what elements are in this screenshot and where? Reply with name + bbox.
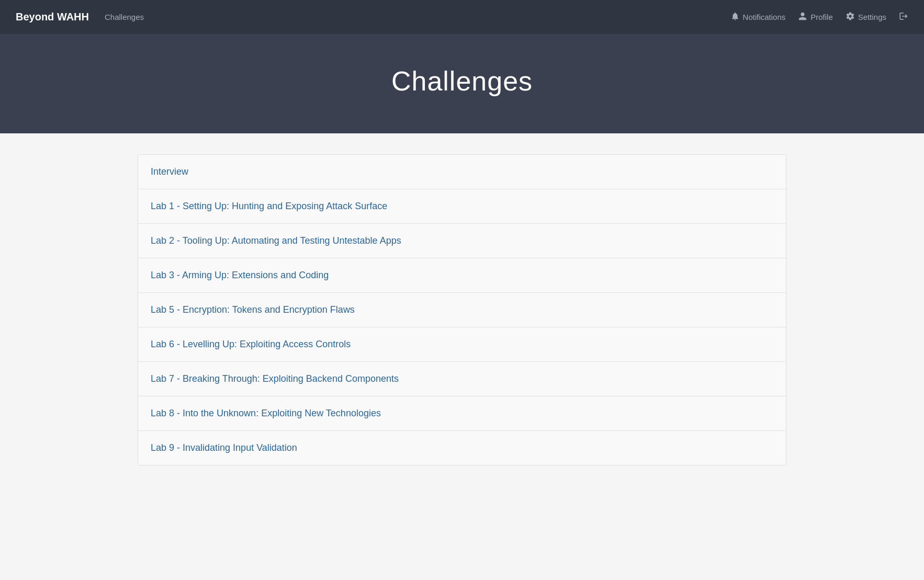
- challenge-item-lab8[interactable]: Lab 8 - Into the Unknown: Exploiting New…: [138, 396, 786, 431]
- settings-icon: [846, 12, 855, 22]
- challenge-item-lab5[interactable]: Lab 5 - Encryption: Tokens and Encryptio…: [138, 293, 786, 327]
- profile-label: Profile: [810, 13, 833, 21]
- profile-icon: [798, 12, 807, 22]
- notifications-label: Notifications: [743, 13, 786, 21]
- logout-icon: [899, 12, 908, 22]
- bell-icon: [730, 12, 740, 22]
- challenge-item-lab7[interactable]: Lab 7 - Breaking Through: Exploiting Bac…: [138, 362, 786, 396]
- notifications-link[interactable]: Notifications: [730, 12, 786, 22]
- navbar: Beyond WAHH Challenges Notifications Pro…: [0, 0, 924, 34]
- nav-brand[interactable]: Beyond WAHH: [16, 11, 89, 23]
- challenge-item-lab9[interactable]: Lab 9 - Invalidating Input Validation: [138, 431, 786, 465]
- challenge-item-lab3[interactable]: Lab 3 - Arming Up: Extensions and Coding: [138, 258, 786, 293]
- main-content: InterviewLab 1 - Setting Up: Hunting and…: [122, 154, 802, 465]
- challenge-item-lab6[interactable]: Lab 6 - Levelling Up: Exploiting Access …: [138, 327, 786, 362]
- nav-challenges-link[interactable]: Challenges: [105, 13, 144, 21]
- hero-section: Challenges: [0, 34, 924, 133]
- nav-left: Beyond WAHH Challenges: [16, 11, 144, 23]
- logout-link[interactable]: [899, 12, 908, 22]
- challenge-item-lab2[interactable]: Lab 2 - Tooling Up: Automating and Testi…: [138, 224, 786, 258]
- hero-title: Challenges: [0, 65, 924, 97]
- challenges-list: InterviewLab 1 - Setting Up: Hunting and…: [138, 154, 786, 465]
- challenge-item-lab1[interactable]: Lab 1 - Setting Up: Hunting and Exposing…: [138, 189, 786, 224]
- settings-label: Settings: [858, 13, 886, 21]
- challenge-item-interview[interactable]: Interview: [138, 155, 786, 189]
- settings-link[interactable]: Settings: [846, 12, 886, 22]
- profile-link[interactable]: Profile: [798, 12, 833, 22]
- nav-right: Notifications Profile Settings: [730, 12, 908, 22]
